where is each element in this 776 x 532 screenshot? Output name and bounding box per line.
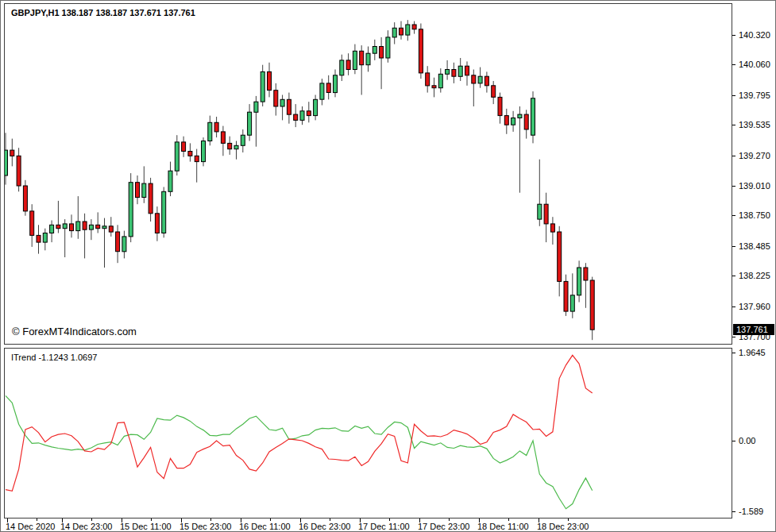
candle-down	[584, 268, 588, 280]
candle-down	[360, 51, 364, 64]
candle-up	[261, 71, 264, 102]
price-axis-tick	[732, 186, 735, 187]
price-axis-label: 139.270	[739, 151, 770, 161]
price-axis-label: 140.060	[739, 60, 770, 70]
price-axis-tick	[732, 215, 735, 216]
candle-up	[254, 102, 258, 112]
candle-up	[102, 226, 106, 229]
candle-down	[326, 83, 330, 93]
candle-up	[89, 225, 93, 229]
candle-down	[37, 235, 41, 242]
candle-down	[465, 66, 469, 75]
time-axis[interactable]: 14 Dec 202014 Dec 23:0015 Dec 11:0015 De…	[1, 519, 776, 532]
price-axis-tick	[732, 353, 735, 353]
time-axis-minor-tick	[151, 519, 152, 521]
candle-down	[188, 152, 192, 156]
candle-up	[175, 142, 179, 171]
price-axis-tick	[732, 337, 735, 337]
candle-down	[504, 116, 508, 125]
price-axis-label: 138.750	[739, 210, 770, 221]
time-axis-minor-tick	[568, 519, 569, 521]
candle-down	[419, 29, 423, 73]
candle-down	[380, 47, 384, 59]
price-axis-tick	[732, 306, 735, 307]
candle-up	[531, 98, 535, 135]
time-axis-label: 17 Dec 11:00	[358, 522, 410, 531]
candle-down	[287, 99, 291, 114]
candle-up	[366, 53, 370, 65]
candle-down	[214, 122, 218, 132]
price-axis-label: 139.010	[739, 181, 770, 191]
candle-down	[23, 186, 27, 211]
candlestick-chart	[5, 4, 732, 344]
candle-up	[50, 225, 54, 233]
price-axis-label: 1.9645	[739, 348, 766, 358]
time-axis-minor-tick	[210, 519, 211, 521]
candle-down	[412, 25, 416, 29]
candle-up	[5, 150, 8, 175]
symbol-ohlc-readout: GBPJPY,H1 138.187 138.187 137.671 137.76…	[11, 8, 195, 17]
candle-up	[314, 99, 318, 115]
candle-down	[564, 281, 568, 311]
candle-up	[208, 122, 212, 141]
candle-down	[485, 76, 488, 86]
candle-down	[590, 280, 594, 330]
price-axis[interactable]: 137.761 140.320140.060139.795139.535139.…	[732, 1, 776, 519]
candle-up	[446, 70, 450, 75]
candle-up	[406, 25, 410, 35]
candle-down	[155, 214, 159, 233]
time-axis-label: 15 Dec 11:00	[120, 522, 172, 531]
candle-down	[221, 132, 225, 144]
candle-down	[109, 226, 113, 232]
candle-up	[320, 83, 324, 99]
price-axis-label: 0.00	[739, 436, 755, 446]
candle-up	[300, 111, 304, 121]
main-chart-panel[interactable]: GBPJPY,H1 138.187 138.187 137.671 137.76…	[4, 3, 732, 345]
candle-down	[307, 111, 311, 116]
price-axis-label: 138.485	[739, 241, 770, 252]
candle-up	[122, 237, 126, 252]
itrend-red-line	[6, 355, 593, 491]
time-axis-minor-tick	[91, 519, 92, 521]
candle-up	[162, 191, 166, 233]
candle-up	[512, 118, 515, 125]
candle-down	[558, 232, 562, 281]
candle-up	[518, 114, 522, 118]
time-axis-minor-tick	[449, 519, 450, 521]
candle-bodies	[5, 25, 594, 330]
candle-up	[458, 66, 462, 76]
candle-up	[570, 295, 574, 311]
candle-down	[492, 86, 496, 98]
time-axis-minor-tick	[389, 519, 390, 521]
candle-down	[550, 224, 554, 232]
candle-down	[17, 156, 21, 186]
candle-down	[268, 71, 272, 90]
time-axis-label: 14 Dec 2020	[6, 522, 55, 531]
candle-down	[452, 70, 456, 77]
price-axis-tick	[732, 35, 735, 36]
price-axis-tick	[732, 246, 735, 247]
candle-down	[498, 97, 502, 115]
candle-down	[136, 183, 140, 198]
time-axis-label: 16 Dec 11:00	[239, 522, 291, 531]
price-axis-label: 137.960	[739, 302, 770, 312]
itrend-indicator-panel[interactable]: ITrend -1.1243 1.0697	[4, 348, 732, 519]
candle-down	[228, 143, 232, 148]
time-axis-minor-tick	[270, 519, 271, 521]
candle-down	[294, 114, 298, 120]
price-axis-tick	[732, 441, 735, 441]
candle-down	[182, 142, 186, 152]
candle-wicks	[6, 20, 593, 340]
time-axis-minor-tick	[508, 519, 509, 521]
candle-down	[400, 28, 403, 35]
candle-up	[142, 183, 146, 197]
price-axis-label: 140.320	[739, 30, 770, 40]
time-axis-label: 18 Dec 11:00	[477, 522, 529, 531]
candle-down	[70, 224, 74, 231]
candle-up	[129, 183, 133, 237]
time-axis-label: 14 Dec 23:00	[60, 522, 112, 531]
candle-up	[392, 28, 396, 37]
candle-down	[195, 156, 199, 161]
candle-up	[241, 135, 245, 145]
candle-up	[234, 145, 238, 148]
